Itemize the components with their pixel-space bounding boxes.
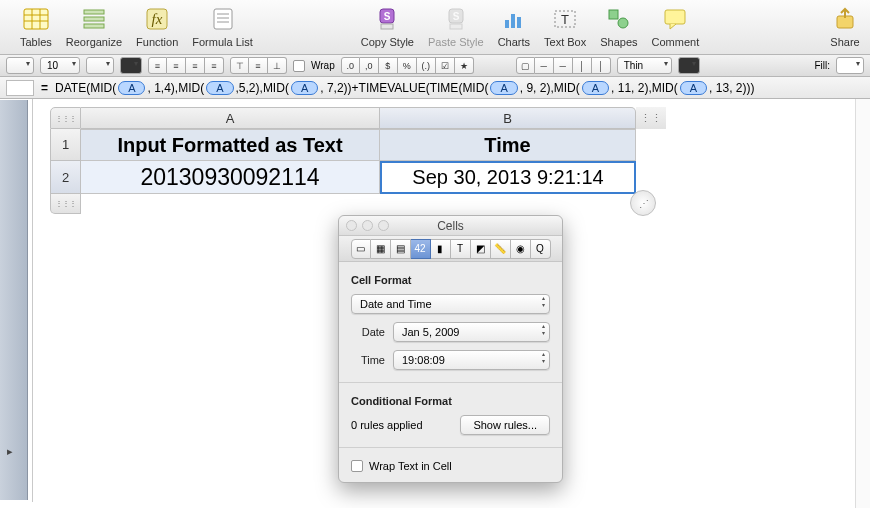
align-right-button[interactable]: ≡ <box>186 57 205 74</box>
align-bottom-button[interactable]: ⊥ <box>268 57 287 74</box>
currency-button[interactable]: $ <box>379 57 398 74</box>
align-h-set: ≡ ≡ ≡ ≡ <box>148 57 224 74</box>
cell-ref-box[interactable] <box>6 80 34 96</box>
paste-style-icon: S <box>441 4 471 34</box>
row-header-1[interactable]: 1 <box>50 129 81 161</box>
main-toolbar: Tables Reorganize fx Function Formula Li… <box>0 0 870 55</box>
wrap-checkbox[interactable] <box>293 60 305 72</box>
cell-B1[interactable]: Time <box>380 129 636 161</box>
tab-cells-icon[interactable]: 42 <box>411 239 431 259</box>
wrap-label: Wrap <box>311 60 335 71</box>
dec-inc-button[interactable]: .0 <box>341 57 360 74</box>
tables-button[interactable]: Tables <box>20 4 52 48</box>
svg-rect-19 <box>450 24 462 29</box>
shapes-button[interactable]: Shapes <box>600 4 637 48</box>
percent-button[interactable]: % <box>398 57 417 74</box>
shapes-icon <box>604 4 634 34</box>
wrap-text-checkbox[interactable] <box>351 460 363 472</box>
numfmt-set: .0 ,0 $ % (.) ☑ ★ <box>341 57 474 74</box>
svg-text:S: S <box>452 11 459 22</box>
border-left-button[interactable]: │ <box>573 57 592 74</box>
function-button[interactable]: fx Function <box>136 4 178 48</box>
svg-rect-20 <box>505 20 509 28</box>
font-style-select[interactable] <box>86 57 114 74</box>
cell-A2[interactable]: 20130930092114 <box>81 161 380 194</box>
function-icon: fx <box>142 4 172 34</box>
tab-hyperlink-icon[interactable]: ◉ <box>511 239 531 259</box>
textbox-button[interactable]: T Text Box <box>544 4 586 48</box>
ref-pill[interactable]: A <box>680 81 707 95</box>
svg-rect-10 <box>214 9 232 29</box>
inspector-titlebar[interactable]: Cells <box>339 216 562 236</box>
date-format-select[interactable]: Jan 5, 2009 <box>393 322 550 342</box>
column-header-B[interactable]: B <box>380 107 636 129</box>
border-bottom-button[interactable]: ─ <box>554 57 573 74</box>
rating-fmt-button[interactable]: ★ <box>455 57 474 74</box>
tab-text-icon[interactable]: T <box>451 239 471 259</box>
column-header-A[interactable]: A <box>81 107 380 129</box>
tab-chart-icon[interactable]: ▮ <box>431 239 451 259</box>
textbox-icon: T <box>550 4 580 34</box>
copy-style-button[interactable]: S Copy Style <box>361 4 414 48</box>
add-row-handle[interactable]: ⋮⋮⋮ <box>50 194 81 214</box>
inspector-title: Cells <box>339 219 562 233</box>
border-top-button[interactable]: ─ <box>535 57 554 74</box>
reorganize-button[interactable]: Reorganize <box>66 4 122 48</box>
tab-quicktime-icon[interactable]: Q <box>531 239 551 259</box>
wrap-text-label: Wrap Text in Cell <box>369 460 452 472</box>
table-corner[interactable]: ⋮⋮⋮ <box>50 107 81 129</box>
font-color-select[interactable] <box>120 57 142 74</box>
vertical-scrollbar[interactable] <box>855 99 870 508</box>
fill-color-select[interactable] <box>836 57 864 74</box>
dec-dec-button[interactable]: ,0 <box>360 57 379 74</box>
font-family-select[interactable] <box>6 57 34 74</box>
border-outer-button[interactable]: ▢ <box>516 57 535 74</box>
time-label: Time <box>351 354 385 366</box>
formula-list-button[interactable]: Formula List <box>192 4 253 48</box>
align-left-button[interactable]: ≡ <box>148 57 167 74</box>
sheets-panel: ▸ <box>0 100 28 500</box>
ref-pill[interactable]: A <box>582 81 609 95</box>
paste-style-button[interactable]: S Paste Style <box>428 4 484 48</box>
add-column-handle[interactable]: ⋮⋮ <box>636 107 666 129</box>
share-button[interactable]: Share <box>830 4 860 48</box>
border-style-select[interactable]: Thin <box>617 57 672 74</box>
accounting-button[interactable]: (.) <box>417 57 436 74</box>
ref-pill[interactable]: A <box>206 81 233 95</box>
cell-format-heading: Cell Format <box>351 274 550 286</box>
ref-pill[interactable]: A <box>490 81 517 95</box>
align-middle-button[interactable]: ≡ <box>249 57 268 74</box>
formula-list-icon <box>208 4 238 34</box>
comment-button[interactable]: Comment <box>652 4 700 48</box>
tab-sheet-icon[interactable]: ▦ <box>371 239 391 259</box>
svg-rect-0 <box>24 9 48 29</box>
comment-icon <box>660 4 690 34</box>
checkbox-fmt-button[interactable]: ☑ <box>436 57 455 74</box>
charts-button[interactable]: Charts <box>498 4 530 48</box>
svg-rect-5 <box>84 10 104 14</box>
tab-graphic-icon[interactable]: ◩ <box>471 239 491 259</box>
collapse-icon[interactable]: ▸ <box>7 445 13 458</box>
tab-table-icon[interactable]: ▤ <box>391 239 411 259</box>
show-rules-button[interactable]: Show rules... <box>460 415 550 435</box>
tab-document-icon[interactable]: ▭ <box>351 239 371 259</box>
row-header-2[interactable]: 2 <box>50 161 81 194</box>
time-format-select[interactable]: 19:08:09 <box>393 350 550 370</box>
charts-icon <box>499 4 529 34</box>
charts-label: Charts <box>498 36 530 48</box>
cell-A1[interactable]: Input Formatted as Text <box>81 129 380 161</box>
ref-pill[interactable]: A <box>118 81 145 95</box>
align-top-button[interactable]: ⊤ <box>230 57 249 74</box>
resize-handle[interactable]: ⋰ <box>630 190 656 216</box>
copy-style-label: Copy Style <box>361 36 414 48</box>
font-size-select[interactable]: 10 <box>40 57 80 74</box>
align-center-button[interactable]: ≡ <box>167 57 186 74</box>
ref-pill[interactable]: A <box>291 81 318 95</box>
tab-metrics-icon[interactable]: 📏 <box>491 239 511 259</box>
align-justify-button[interactable]: ≡ <box>205 57 224 74</box>
border-color-select[interactable] <box>678 57 700 74</box>
formula-input[interactable]: DATE( MID( A , 1,4), MID( A ,5,2), MID( … <box>55 81 754 95</box>
cell-B2[interactable]: Sep 30, 2013 9:21:14 <box>380 161 636 194</box>
cell-format-select[interactable]: Date and Time <box>351 294 550 314</box>
border-right-button[interactable]: │ <box>592 57 611 74</box>
